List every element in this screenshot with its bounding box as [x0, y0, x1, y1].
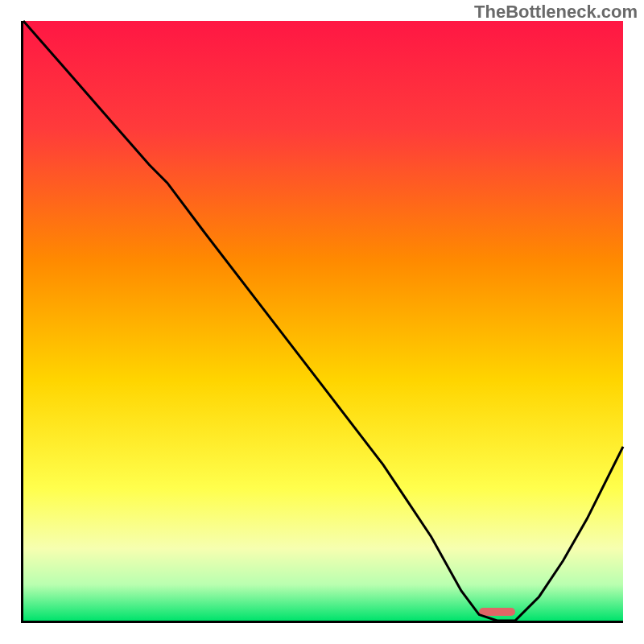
watermark-text: TheBottleneck.com [474, 2, 638, 23]
plot-area [21, 21, 623, 623]
curve-layer [23, 21, 623, 621]
bottleneck-chart: TheBottleneck.com [0, 0, 644, 644]
bottleneck-curve-path [23, 21, 623, 621]
